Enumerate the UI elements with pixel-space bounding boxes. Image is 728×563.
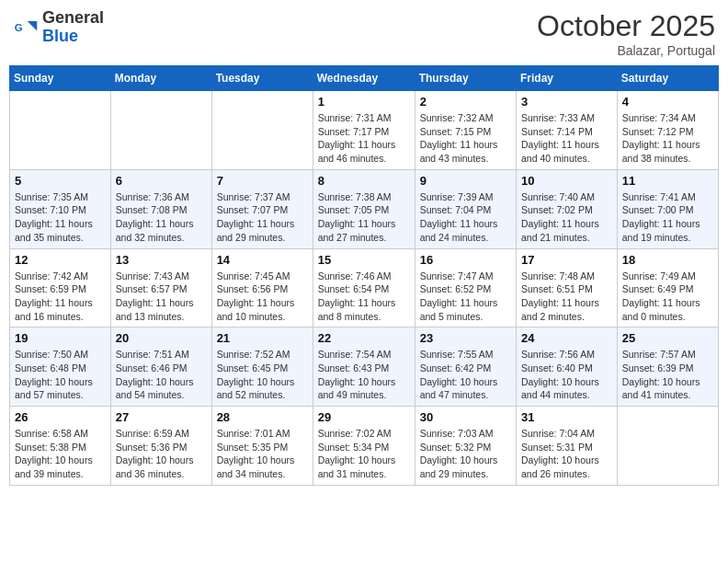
calendar-day-28: 28Sunrise: 7:01 AMSunset: 5:35 PMDayligh…	[211, 407, 313, 486]
day-info: Sunrise: 7:55 AMSunset: 6:42 PMDaylight:…	[420, 348, 511, 402]
day-number: 22	[318, 331, 410, 345]
day-number: 2	[420, 95, 511, 109]
calendar-day-21: 21Sunrise: 7:52 AMSunset: 6:45 PMDayligh…	[211, 327, 313, 407]
day-number: 26	[15, 410, 106, 424]
calendar-week-4: 19Sunrise: 7:50 AMSunset: 6:48 PMDayligh…	[10, 327, 719, 407]
calendar-week-5: 26Sunrise: 6:58 AMSunset: 5:38 PMDayligh…	[10, 407, 719, 486]
logo-line1: General	[42, 9, 104, 28]
day-info: Sunrise: 7:43 AMSunset: 6:57 PMDaylight:…	[116, 270, 207, 324]
col-header-sunday: Sunday	[10, 66, 111, 91]
day-number: 28	[217, 410, 308, 424]
day-number: 7	[217, 174, 308, 188]
day-number: 31	[521, 410, 612, 424]
day-info: Sunrise: 7:42 AMSunset: 6:59 PMDaylight:…	[15, 270, 106, 324]
day-number: 15	[318, 253, 410, 267]
calendar-day-22: 22Sunrise: 7:54 AMSunset: 6:43 PMDayligh…	[313, 327, 415, 407]
col-header-monday: Monday	[110, 66, 211, 91]
calendar-week-3: 12Sunrise: 7:42 AMSunset: 6:59 PMDayligh…	[10, 248, 719, 327]
month-title: October 2025	[537, 9, 715, 43]
col-header-friday: Friday	[517, 66, 618, 91]
calendar-day-11: 11Sunrise: 7:41 AMSunset: 7:00 PMDayligh…	[617, 169, 718, 248]
day-number: 21	[217, 331, 308, 345]
logo-line2: Blue	[42, 28, 104, 46]
day-info: Sunrise: 6:58 AMSunset: 5:38 PMDaylight:…	[15, 427, 106, 481]
day-number: 5	[15, 174, 106, 188]
title-block: October 2025 Balazar, Portugal	[537, 9, 715, 58]
svg-text:G: G	[15, 21, 23, 32]
calendar-day-30: 30Sunrise: 7:03 AMSunset: 5:32 PMDayligh…	[415, 407, 516, 486]
logo-icon: G	[13, 15, 39, 40]
day-info: Sunrise: 7:50 AMSunset: 6:48 PMDaylight:…	[15, 348, 106, 402]
day-info: Sunrise: 7:52 AMSunset: 6:45 PMDaylight:…	[217, 348, 308, 402]
day-info: Sunrise: 7:41 AMSunset: 7:00 PMDaylight:…	[622, 190, 713, 245]
calendar-day-4: 4Sunrise: 7:34 AMSunset: 7:12 PMDaylight…	[617, 91, 718, 170]
day-number: 9	[420, 174, 511, 188]
calendar-day-18: 18Sunrise: 7:49 AMSunset: 6:49 PMDayligh…	[617, 248, 718, 327]
calendar-table: SundayMondayTuesdayWednesdayThursdayFrid…	[9, 65, 719, 486]
day-number: 3	[521, 95, 612, 109]
calendar-day-1: 1Sunrise: 7:31 AMSunset: 7:17 PMDaylight…	[313, 91, 415, 170]
day-info: Sunrise: 7:34 AMSunset: 7:12 PMDaylight:…	[622, 111, 713, 166]
day-number: 30	[420, 410, 511, 424]
day-info: Sunrise: 7:45 AMSunset: 6:56 PMDaylight:…	[217, 270, 308, 324]
empty-cell	[110, 91, 211, 170]
calendar-day-2: 2Sunrise: 7:32 AMSunset: 7:15 PMDaylight…	[415, 91, 516, 170]
calendar-header-row: SundayMondayTuesdayWednesdayThursdayFrid…	[10, 66, 719, 91]
day-number: 18	[622, 253, 713, 267]
day-info: Sunrise: 7:39 AMSunset: 7:04 PMDaylight:…	[420, 190, 511, 245]
calendar-day-12: 12Sunrise: 7:42 AMSunset: 6:59 PMDayligh…	[10, 248, 111, 327]
day-number: 27	[116, 410, 207, 424]
day-info: Sunrise: 7:38 AMSunset: 7:05 PMDaylight:…	[318, 190, 410, 245]
calendar-day-6: 6Sunrise: 7:36 AMSunset: 7:08 PMDaylight…	[110, 169, 211, 248]
calendar-day-19: 19Sunrise: 7:50 AMSunset: 6:48 PMDayligh…	[10, 327, 111, 407]
day-info: Sunrise: 7:37 AMSunset: 7:07 PMDaylight:…	[217, 190, 308, 245]
calendar-day-5: 5Sunrise: 7:35 AMSunset: 7:10 PMDaylight…	[10, 169, 111, 248]
day-info: Sunrise: 7:51 AMSunset: 6:46 PMDaylight:…	[116, 348, 207, 402]
calendar-day-3: 3Sunrise: 7:33 AMSunset: 7:14 PMDaylight…	[517, 91, 618, 170]
empty-cell	[211, 91, 313, 170]
day-info: Sunrise: 7:03 AMSunset: 5:32 PMDaylight:…	[420, 427, 511, 481]
day-number: 24	[521, 331, 612, 345]
calendar-day-29: 29Sunrise: 7:02 AMSunset: 5:34 PMDayligh…	[313, 407, 415, 486]
calendar-day-26: 26Sunrise: 6:58 AMSunset: 5:38 PMDayligh…	[10, 407, 111, 486]
day-number: 19	[15, 331, 106, 345]
day-info: Sunrise: 7:36 AMSunset: 7:08 PMDaylight:…	[116, 190, 207, 245]
day-info: Sunrise: 7:04 AMSunset: 5:31 PMDaylight:…	[521, 427, 612, 481]
col-header-tuesday: Tuesday	[211, 66, 313, 91]
col-header-saturday: Saturday	[617, 66, 718, 91]
location: Balazar, Portugal	[537, 43, 715, 58]
day-info: Sunrise: 7:33 AMSunset: 7:14 PMDaylight:…	[521, 111, 612, 166]
calendar-day-7: 7Sunrise: 7:37 AMSunset: 7:07 PMDaylight…	[211, 169, 313, 248]
svg-marker-1	[28, 21, 38, 31]
day-number: 20	[116, 331, 207, 345]
day-info: Sunrise: 7:31 AMSunset: 7:17 PMDaylight:…	[318, 111, 410, 166]
calendar-day-15: 15Sunrise: 7:46 AMSunset: 6:54 PMDayligh…	[313, 248, 415, 327]
day-number: 17	[521, 253, 612, 267]
day-number: 23	[420, 331, 511, 345]
calendar-day-23: 23Sunrise: 7:55 AMSunset: 6:42 PMDayligh…	[415, 327, 516, 407]
calendar-day-17: 17Sunrise: 7:48 AMSunset: 6:51 PMDayligh…	[517, 248, 618, 327]
day-number: 11	[622, 174, 713, 188]
day-info: Sunrise: 7:46 AMSunset: 6:54 PMDaylight:…	[318, 270, 410, 324]
calendar-day-31: 31Sunrise: 7:04 AMSunset: 5:31 PMDayligh…	[517, 407, 618, 486]
empty-cell	[617, 407, 718, 486]
day-info: Sunrise: 7:47 AMSunset: 6:52 PMDaylight:…	[420, 270, 511, 324]
calendar-day-9: 9Sunrise: 7:39 AMSunset: 7:04 PMDaylight…	[415, 169, 516, 248]
day-number: 1	[318, 95, 410, 109]
calendar-week-1: 1Sunrise: 7:31 AMSunset: 7:17 PMDaylight…	[10, 91, 719, 170]
calendar-day-13: 13Sunrise: 7:43 AMSunset: 6:57 PMDayligh…	[110, 248, 211, 327]
logo: G General Blue	[13, 9, 104, 46]
col-header-thursday: Thursday	[415, 66, 516, 91]
calendar-day-25: 25Sunrise: 7:57 AMSunset: 6:39 PMDayligh…	[617, 327, 718, 407]
day-number: 4	[622, 95, 713, 109]
day-number: 13	[116, 253, 207, 267]
calendar-day-10: 10Sunrise: 7:40 AMSunset: 7:02 PMDayligh…	[517, 169, 618, 248]
day-info: Sunrise: 7:49 AMSunset: 6:49 PMDaylight:…	[622, 270, 713, 324]
day-info: Sunrise: 7:01 AMSunset: 5:35 PMDaylight:…	[217, 427, 308, 481]
day-number: 14	[217, 253, 308, 267]
day-info: Sunrise: 7:32 AMSunset: 7:15 PMDaylight:…	[420, 111, 511, 166]
day-number: 12	[15, 253, 106, 267]
day-number: 25	[622, 331, 713, 345]
day-info: Sunrise: 6:59 AMSunset: 5:36 PMDaylight:…	[116, 427, 207, 481]
day-number: 6	[116, 174, 207, 188]
